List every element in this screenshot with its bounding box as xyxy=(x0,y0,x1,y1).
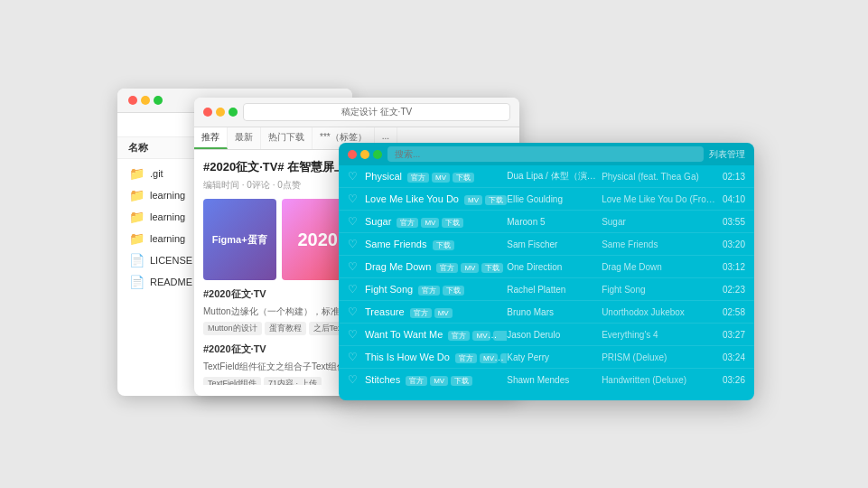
folder-icon: 📁 xyxy=(128,230,145,247)
close-button[interactable] xyxy=(348,150,357,159)
heart-icon[interactable]: ♡ xyxy=(348,170,358,183)
window-controls xyxy=(348,150,382,159)
maximize-button[interactable] xyxy=(229,108,238,117)
track-title: Love Me Like You Do MV下载 xyxy=(365,193,507,205)
music-track-item[interactable]: ♡ Physical 官方MV下载 Dua Lipa / 体型（演唱） Phys… xyxy=(339,165,754,188)
maximize-button[interactable] xyxy=(154,96,163,105)
track-artist: One Direction xyxy=(507,262,602,272)
tab-hotdownload[interactable]: 热门下载 xyxy=(261,127,313,149)
window-controls xyxy=(203,108,238,117)
music-track-item[interactable]: ♡ Love Me Like You Do MV下载 Ellie Gouldin… xyxy=(339,188,754,211)
music-track-item[interactable]: ♡ Stitches 官方MV下载 Shawn Mendes Handwritt… xyxy=(339,369,754,390)
track-title: Treasure 官方MV xyxy=(365,306,507,318)
badge: MV xyxy=(461,263,479,273)
track-title: Drag Me Down 官方MV下载 xyxy=(365,261,507,273)
tag: 蛋育教程 xyxy=(265,322,306,335)
badge: 下载 xyxy=(453,173,474,183)
heart-icon[interactable]: ♡ xyxy=(348,373,358,386)
track-title: This Is How We Do 官方MV下载 xyxy=(365,352,507,363)
track-duration: 04:10 xyxy=(723,194,745,204)
tab-latest[interactable]: 最新 xyxy=(228,127,261,149)
document-icon: 📄 xyxy=(128,252,145,268)
heart-icon[interactable]: ♡ xyxy=(348,305,358,318)
track-title: Sugar 官方MV下载 xyxy=(365,216,507,228)
music-header: 列表管理 xyxy=(339,143,754,165)
badge: 下载 xyxy=(443,286,464,296)
heart-icon[interactable]: ♡ xyxy=(348,260,358,273)
track-title: Want To Want Me 官方MV下载 xyxy=(365,329,507,341)
figma-image-content: Figma+蛋育 xyxy=(203,199,276,280)
minimize-button[interactable] xyxy=(141,96,150,105)
track-duration: 03:27 xyxy=(723,330,745,340)
music-track-item[interactable]: ♡ Same Friends 下载 Sam Fischer Same Frien… xyxy=(339,233,754,256)
heart-icon[interactable]: ♡ xyxy=(348,192,358,205)
image-figma: Figma+蛋育 xyxy=(203,199,276,280)
badge: 官方 xyxy=(448,331,470,341)
maximize-button[interactable] xyxy=(373,150,382,159)
track-album: Sugar xyxy=(602,217,715,227)
track-artist: Ellie Goulding xyxy=(507,194,602,204)
blog-header: 稿定设计 征文·TV xyxy=(194,98,519,127)
music-track-item[interactable]: ♡ This Is How We Do 官方MV下载 Katy Perry PR… xyxy=(339,346,754,369)
heart-icon[interactable]: ♡ xyxy=(348,215,358,228)
badge: 官方 xyxy=(407,173,429,183)
music-track-item[interactable]: ♡ Sugar 官方MV下载 Maroon 5 Sugar 03:55 xyxy=(339,211,754,233)
folder-icon: 📁 xyxy=(128,209,145,225)
badge: 下载 xyxy=(433,240,454,250)
close-button[interactable] xyxy=(203,108,212,117)
music-track-item[interactable]: ♡ Want To Want Me 官方MV下载 Jason Derulo Ev… xyxy=(339,324,754,346)
music-header-label: 列表管理 xyxy=(709,148,745,161)
window-controls xyxy=(128,96,163,105)
track-duration: 03:12 xyxy=(723,262,745,272)
badge: 官方 xyxy=(418,286,440,296)
track-album: Same Friends xyxy=(602,239,715,249)
document-icon: 📄 xyxy=(128,274,145,290)
track-artist: Rachel Platten xyxy=(507,285,602,295)
track-duration: 02:13 xyxy=(723,172,745,182)
music-window: 列表管理 ♡ Physical 官方MV下载 Dua Lipa / 体型（演唱）… xyxy=(339,143,754,400)
music-track-item[interactable]: ♡ Fight Song 官方下载 Rachel Platten Fight S… xyxy=(339,278,754,301)
badge: 下载 xyxy=(442,218,463,228)
badge: MV xyxy=(480,353,498,363)
music-track-list: ♡ Physical 官方MV下载 Dua Lipa / 体型（演唱） Phys… xyxy=(339,165,754,390)
track-duration: 03:20 xyxy=(723,239,745,249)
badge: 官方 xyxy=(410,308,432,318)
track-album: Love Me Like You Do (From 'Fif... xyxy=(602,194,715,204)
track-duration: 03:26 xyxy=(723,375,745,385)
track-album: Unorthodox Jukebox xyxy=(602,307,715,317)
heart-icon[interactable]: ♡ xyxy=(348,238,358,250)
url-bar[interactable]: 稿定设计 征文·TV xyxy=(243,103,510,121)
track-artist: Dua Lipa / 体型（演唱） xyxy=(507,170,602,183)
heart-icon[interactable]: ♡ xyxy=(348,328,358,341)
tab-recommended[interactable]: 推荐 xyxy=(194,127,228,149)
heart-icon[interactable]: ♡ xyxy=(348,283,358,296)
track-duration: 02:23 xyxy=(723,285,745,295)
track-title: Fight Song 官方下载 xyxy=(365,284,507,296)
badge: 下载 xyxy=(485,195,507,205)
badge: MV xyxy=(434,308,453,318)
badge: MV xyxy=(432,173,450,183)
track-title: Stitches 官方MV下载 xyxy=(365,374,507,386)
track-album: Fight Song xyxy=(602,285,715,295)
track-duration: 03:55 xyxy=(723,217,745,227)
badge: 官方 xyxy=(436,263,458,273)
badge: 下载 xyxy=(451,376,472,386)
track-album: PRISM (Deluxe) xyxy=(602,352,715,362)
minimize-button[interactable] xyxy=(360,150,369,159)
track-duration: 02:58 xyxy=(723,307,745,317)
music-track-item[interactable]: ♡ Treasure 官方MV Bruno Mars Unorthodox Ju… xyxy=(339,301,754,324)
tag: 71内容 · 上传 xyxy=(264,377,322,385)
track-title: Physical 官方MV下载 xyxy=(365,171,507,183)
track-album: Handwritten (Deluxe) xyxy=(602,375,715,385)
track-album: Everything's 4 xyxy=(602,330,715,340)
close-button[interactable] xyxy=(128,96,137,105)
music-track-item[interactable]: ♡ Drag Me Down 官方MV下载 One Direction Drag… xyxy=(339,256,754,278)
track-artist: Maroon 5 xyxy=(507,217,602,227)
heart-icon[interactable]: ♡ xyxy=(348,351,358,363)
tag: Mutton的设计 xyxy=(203,322,262,335)
track-artist: Bruno Mars xyxy=(507,307,602,317)
folder-icon: 📁 xyxy=(128,187,145,203)
minimize-button[interactable] xyxy=(216,108,225,117)
track-duration: 03:24 xyxy=(723,352,745,362)
music-search-input[interactable] xyxy=(387,146,704,162)
